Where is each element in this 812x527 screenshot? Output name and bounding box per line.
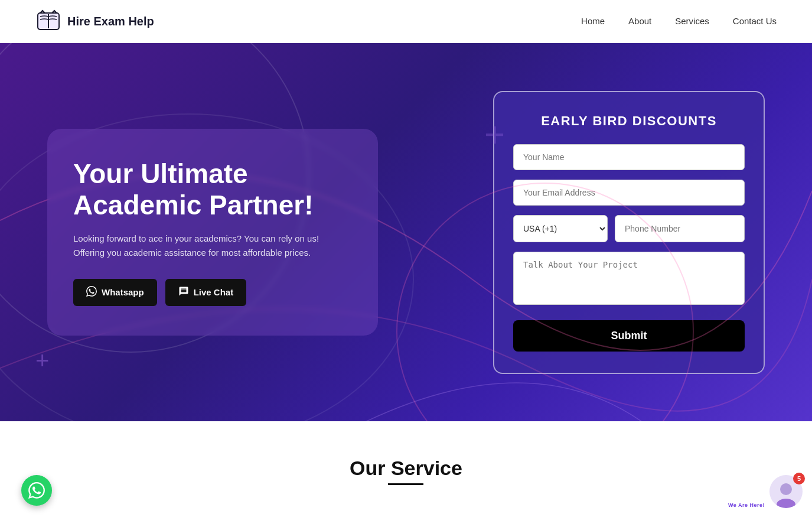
navbar: Hire Exam Help Home About Services Conta… <box>0 0 812 43</box>
form-title: EARLY BIRD DISCOUNTS <box>513 113 745 129</box>
nav-services[interactable]: Services <box>675 16 709 26</box>
livechat-label: Live Chat <box>194 287 234 297</box>
hero-subtitle: Looking forward to ace in your academics… <box>73 232 352 260</box>
hero-section: + + Your Ultimate Academic Partner! Look… <box>0 43 812 421</box>
whatsapp-icon <box>86 286 97 299</box>
name-field-wrap <box>513 144 745 170</box>
livechat-button[interactable]: Live Chat <box>165 279 247 306</box>
hero-decoration-plus-2: + <box>484 114 505 155</box>
nav-links: Home About Services Contact Us <box>581 16 777 27</box>
whatsapp-button[interactable]: Whatsapp <box>73 279 157 306</box>
hero-decoration-plus-1: + <box>35 347 49 374</box>
hero-buttons: Whatsapp Live Chat <box>73 279 352 306</box>
svg-point-2 <box>780 483 792 495</box>
logo-text: Hire Exam Help <box>67 15 154 28</box>
name-input[interactable] <box>513 144 745 170</box>
service-section-title: Our Service <box>350 457 462 485</box>
hero-left: Your Ultimate Academic Partner! Looking … <box>47 129 378 336</box>
chat-badge: 5 <box>793 473 805 484</box>
submit-button[interactable]: Submit <box>513 320 745 352</box>
project-textarea[interactable] <box>513 252 745 305</box>
logo-icon <box>35 8 61 34</box>
country-code-select[interactable]: USA (+1) UK (+44) AUS (+61) CAN (+1) IND… <box>513 215 608 242</box>
whatsapp-label: Whatsapp <box>102 287 144 297</box>
nav-contact[interactable]: Contact Us <box>733 16 777 26</box>
hero-card: Your Ultimate Academic Partner! Looking … <box>47 129 378 336</box>
fab-whatsapp-icon <box>28 482 45 499</box>
hero-right: EARLY BIRD DISCOUNTS USA (+1) UK (+44) A… <box>493 91 765 374</box>
chat-avatar-wrap[interactable]: 5 <box>769 475 803 508</box>
nav-home[interactable]: Home <box>581 16 605 26</box>
fab-whatsapp[interactable] <box>21 475 52 506</box>
phone-input[interactable] <box>615 215 745 242</box>
nav-about[interactable]: About <box>628 16 651 26</box>
email-field-wrap <box>513 180 745 206</box>
hero-title: Your Ultimate Academic Partner! <box>73 158 352 221</box>
below-hero-section: Our Service <box>0 421 812 516</box>
logo[interactable]: Hire Exam Help <box>35 8 154 34</box>
we-are-here-label: We Are Here! <box>728 502 765 508</box>
project-field-wrap <box>513 252 745 307</box>
email-input[interactable] <box>513 180 745 206</box>
phone-row: USA (+1) UK (+44) AUS (+61) CAN (+1) IND… <box>513 215 745 242</box>
chat-bubble[interactable]: We Are Here! 5 <box>728 475 803 508</box>
form-card: EARLY BIRD DISCOUNTS USA (+1) UK (+44) A… <box>493 91 765 374</box>
svg-point-3 <box>777 499 795 508</box>
livechat-icon <box>178 286 189 298</box>
